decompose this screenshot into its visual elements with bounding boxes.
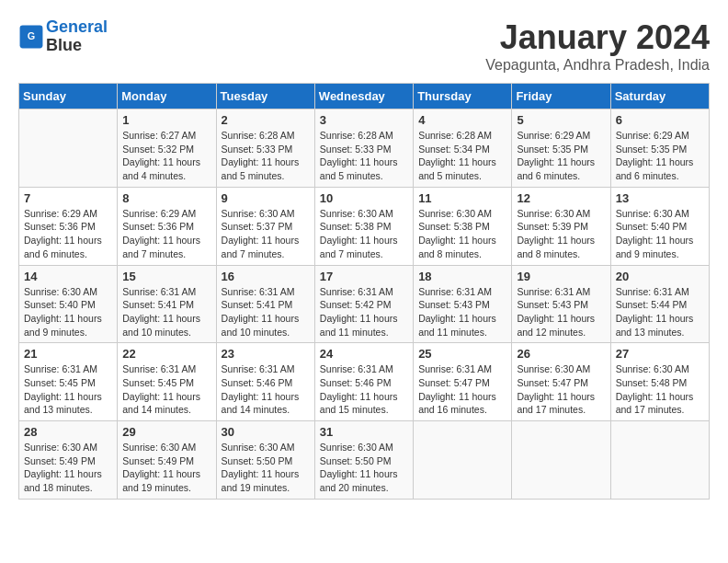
day-cell: 21Sunrise: 6:31 AMSunset: 5:45 PMDayligh… [19,343,118,421]
day-cell: 8Sunrise: 6:29 AMSunset: 5:36 PMDaylight… [118,187,216,265]
day-info: Sunrise: 6:29 AMSunset: 5:35 PMDaylight:… [517,129,605,183]
column-header-thursday: Thursday [414,84,512,109]
day-cell [610,421,709,500]
day-cell [512,421,610,500]
day-cell: 12Sunrise: 6:30 AMSunset: 5:39 PMDayligh… [512,187,610,265]
day-info: Sunrise: 6:30 AMSunset: 5:50 PMDaylight:… [222,441,310,495]
logo-icon: G [18,24,44,50]
day-number: 14 [24,270,112,283]
day-number: 5 [517,113,605,127]
day-number: 28 [24,425,112,439]
day-number: 11 [418,191,506,205]
week-row-4: 21Sunrise: 6:31 AMSunset: 5:45 PMDayligh… [19,343,710,421]
day-cell: 20Sunrise: 6:31 AMSunset: 5:44 PMDayligh… [610,265,709,343]
day-number: 1 [122,113,210,127]
column-header-wednesday: Wednesday [314,84,413,109]
day-number: 20 [616,270,704,283]
logo-text: General Blue [46,18,108,55]
column-header-saturday: Saturday [610,84,709,109]
day-number: 6 [616,113,704,127]
day-cell [414,421,512,500]
day-info: Sunrise: 6:31 AMSunset: 5:47 PMDaylight:… [418,362,506,417]
day-info: Sunrise: 6:31 AMSunset: 5:46 PMDaylight:… [320,362,408,417]
day-number: 3 [320,113,408,127]
day-cell: 26Sunrise: 6:30 AMSunset: 5:47 PMDayligh… [512,343,610,421]
day-info: Sunrise: 6:30 AMSunset: 5:48 PMDaylight:… [616,362,704,417]
day-number: 17 [320,270,408,283]
day-cell: 9Sunrise: 6:30 AMSunset: 5:37 PMDaylight… [216,187,314,265]
day-info: Sunrise: 6:31 AMSunset: 5:42 PMDaylight:… [320,285,408,339]
day-info: Sunrise: 6:31 AMSunset: 5:45 PMDaylight:… [122,362,210,417]
column-header-monday: Monday [118,84,216,109]
day-number: 16 [222,270,310,283]
day-cell: 25Sunrise: 6:31 AMSunset: 5:47 PMDayligh… [414,343,512,421]
day-number: 7 [24,191,112,205]
day-number: 27 [616,347,704,361]
day-info: Sunrise: 6:30 AMSunset: 5:40 PMDaylight:… [24,285,112,339]
day-number: 29 [122,425,210,439]
day-info: Sunrise: 6:31 AMSunset: 5:43 PMDaylight:… [517,285,605,339]
day-cell: 1Sunrise: 6:27 AMSunset: 5:32 PMDaylight… [118,109,216,188]
day-cell: 6Sunrise: 6:29 AMSunset: 5:35 PMDaylight… [610,109,709,188]
day-info: Sunrise: 6:29 AMSunset: 5:36 PMDaylight:… [24,207,112,261]
day-cell: 13Sunrise: 6:30 AMSunset: 5:40 PMDayligh… [610,187,709,265]
day-info: Sunrise: 6:30 AMSunset: 5:49 PMDaylight:… [122,441,210,495]
day-cell: 28Sunrise: 6:30 AMSunset: 5:49 PMDayligh… [19,421,118,500]
page-header: G General Blue January 2024 Vepagunta, A… [18,18,710,74]
day-number: 12 [517,191,605,205]
day-cell: 31Sunrise: 6:30 AMSunset: 5:50 PMDayligh… [314,421,413,500]
column-header-friday: Friday [512,84,610,109]
logo: G General Blue [18,18,108,55]
day-info: Sunrise: 6:30 AMSunset: 5:49 PMDaylight:… [24,441,112,495]
day-info: Sunrise: 6:31 AMSunset: 5:46 PMDaylight:… [222,362,310,417]
day-number: 8 [122,191,210,205]
day-info: Sunrise: 6:30 AMSunset: 5:39 PMDaylight:… [517,207,605,261]
day-cell: 5Sunrise: 6:29 AMSunset: 5:35 PMDaylight… [512,109,610,188]
day-number: 15 [122,270,210,283]
day-number: 24 [320,347,408,361]
column-header-sunday: Sunday [19,84,118,109]
day-number: 25 [418,347,506,361]
day-cell: 22Sunrise: 6:31 AMSunset: 5:45 PMDayligh… [118,343,216,421]
day-cell: 7Sunrise: 6:29 AMSunset: 5:36 PMDaylight… [19,187,118,265]
day-number: 23 [222,347,310,361]
day-info: Sunrise: 6:28 AMSunset: 5:33 PMDaylight:… [222,129,310,183]
day-info: Sunrise: 6:31 AMSunset: 5:43 PMDaylight:… [418,285,506,339]
day-cell: 23Sunrise: 6:31 AMSunset: 5:46 PMDayligh… [216,343,314,421]
svg-text:G: G [28,30,35,41]
day-cell: 3Sunrise: 6:28 AMSunset: 5:33 PMDaylight… [314,109,413,188]
day-info: Sunrise: 6:31 AMSunset: 5:41 PMDaylight:… [222,285,310,339]
day-number: 19 [517,270,605,283]
day-info: Sunrise: 6:30 AMSunset: 5:50 PMDaylight:… [320,441,408,495]
week-row-1: 1Sunrise: 6:27 AMSunset: 5:32 PMDaylight… [19,109,710,188]
day-info: Sunrise: 6:31 AMSunset: 5:44 PMDaylight:… [616,285,704,339]
day-number: 18 [418,270,506,283]
calendar-header: SundayMondayTuesdayWednesdayThursdayFrid… [19,84,710,109]
day-cell: 18Sunrise: 6:31 AMSunset: 5:43 PMDayligh… [414,265,512,343]
day-cell: 24Sunrise: 6:31 AMSunset: 5:46 PMDayligh… [314,343,413,421]
day-cell: 11Sunrise: 6:30 AMSunset: 5:38 PMDayligh… [414,187,512,265]
day-number: 4 [418,113,506,127]
day-info: Sunrise: 6:31 AMSunset: 5:45 PMDaylight:… [24,362,112,417]
day-number: 9 [222,191,310,205]
day-number: 10 [320,191,408,205]
title-area: January 2024 Vepagunta, Andhra Pradesh, … [485,18,710,74]
day-cell: 14Sunrise: 6:30 AMSunset: 5:40 PMDayligh… [19,265,118,343]
day-info: Sunrise: 6:30 AMSunset: 5:47 PMDaylight:… [517,362,605,417]
week-row-3: 14Sunrise: 6:30 AMSunset: 5:40 PMDayligh… [19,265,710,343]
day-number: 21 [24,347,112,361]
day-cell: 27Sunrise: 6:30 AMSunset: 5:48 PMDayligh… [610,343,709,421]
day-cell: 2Sunrise: 6:28 AMSunset: 5:33 PMDaylight… [216,109,314,188]
day-number: 31 [320,425,408,439]
day-cell: 17Sunrise: 6:31 AMSunset: 5:42 PMDayligh… [314,265,413,343]
day-info: Sunrise: 6:30 AMSunset: 5:38 PMDaylight:… [320,207,408,261]
day-info: Sunrise: 6:28 AMSunset: 5:33 PMDaylight:… [320,129,408,183]
day-cell [19,109,118,188]
day-info: Sunrise: 6:29 AMSunset: 5:36 PMDaylight:… [122,207,210,261]
day-cell: 4Sunrise: 6:28 AMSunset: 5:34 PMDaylight… [414,109,512,188]
day-cell: 16Sunrise: 6:31 AMSunset: 5:41 PMDayligh… [216,265,314,343]
day-number: 26 [517,347,605,361]
day-cell: 30Sunrise: 6:30 AMSunset: 5:50 PMDayligh… [216,421,314,500]
day-info: Sunrise: 6:30 AMSunset: 5:38 PMDaylight:… [418,207,506,261]
day-info: Sunrise: 6:28 AMSunset: 5:34 PMDaylight:… [418,129,506,183]
